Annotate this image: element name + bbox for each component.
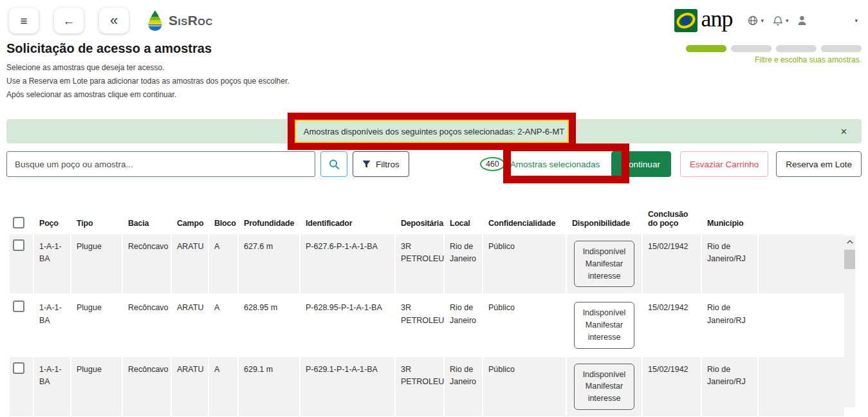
availability-button[interactable]: Indisponível Manifestar interesse (574, 364, 634, 410)
cell-municipio: Rio de Janeiro/RJ (702, 295, 757, 355)
availability-button[interactable]: Indisponível Manifestar interesse (574, 241, 634, 287)
menu-button[interactable]: ≡ (9, 8, 39, 33)
row-checkbox[interactable] (13, 301, 24, 312)
samples-table: Poço Tipo Bacia Campo Bloco Profundidade… (10, 193, 855, 417)
cell-campo: ARATU (172, 357, 208, 416)
cell-poco: 1-A-1-BA (34, 234, 70, 293)
column-header-campo: Campo (172, 219, 208, 234)
progress-bar (678, 45, 862, 52)
cell-conclusao: 15/02/1942 (643, 234, 701, 293)
cart-count-badge: 460 (480, 157, 505, 171)
cell-depositaria: 3R PETROLEUM (396, 357, 443, 416)
column-header-municipio: Município (702, 219, 757, 234)
bell-icon (773, 15, 783, 26)
progress-caption: Filtre e escolha suas amostras. (678, 55, 862, 64)
filters-label: Filtros (376, 160, 400, 169)
anp-logo: anp (674, 8, 732, 33)
table-scrollbar[interactable] (844, 236, 855, 407)
user-menu[interactable] (797, 15, 807, 26)
cell-bloco: A (209, 357, 237, 416)
cell-confidencialidade: Público (483, 295, 566, 355)
select-all-checkbox[interactable] (13, 217, 24, 228)
scroll-up-button[interactable] (844, 236, 855, 248)
page-subtitle-line: Use a Reserva em Lote para adicionar tod… (6, 75, 290, 88)
cell-bloco: A (209, 234, 237, 293)
back-button[interactable]: ← (54, 8, 84, 33)
progress-step-3 (776, 45, 817, 52)
globe-icon (748, 15, 758, 26)
filter-icon (362, 160, 371, 169)
column-header-bacia: Bacia (123, 219, 171, 234)
row-checkbox[interactable] (13, 239, 24, 251)
sisroc-logo: SisRoc (147, 10, 213, 31)
chevron-down-icon: ▾ (761, 17, 764, 24)
cell-confidencialidade: Público (483, 357, 566, 416)
success-alert: Amostras disponíveis dos seguintes poços… (6, 119, 862, 144)
cell-poco: 1-A-1-BA (34, 357, 70, 416)
column-header-bloco: Bloco (209, 219, 237, 234)
progress-step-4 (821, 45, 862, 52)
cell-local: Rio de Janeiro (445, 234, 482, 293)
brand-name: SisRoc (169, 13, 213, 28)
continue-button[interactable]: Continuar (611, 151, 671, 177)
search-icon (329, 159, 340, 170)
cart-summary[interactable]: 460 Amostras selecionadas (477, 156, 602, 172)
cell-conclusao: 15/02/1942 (643, 295, 701, 355)
collapse-button[interactable]: « (99, 8, 129, 33)
progress-step-2 (731, 45, 771, 52)
notifications-menu[interactable]: ▾ (773, 15, 789, 26)
page-header-text: Solicitação de acesso a amostras Selecio… (6, 41, 290, 102)
cell-municipio: Rio de Janeiro/RJ (702, 234, 757, 293)
sisroc-droplet-icon (147, 10, 163, 31)
column-header-confidencialidade: Confidencialidade (483, 219, 566, 234)
cell-profundidade: 629.1 m (239, 357, 299, 416)
empty-cart-button[interactable]: Esvaziar Carrinho (680, 151, 768, 177)
alert-close-button[interactable]: ✕ (836, 119, 851, 144)
page-subtitle-line: Após selecionar as amostras clique em co… (6, 88, 290, 102)
column-header-identificador: Identificador (300, 219, 394, 234)
column-header-disponibilidade: Disponibilidade (567, 219, 642, 234)
table-row: 1-A-1-BA Plugue Recôncavo ARATU A 629.1 … (10, 357, 844, 416)
cell-bacia: Recôncavo (123, 357, 171, 416)
column-header-poco: Poço (34, 219, 70, 234)
cell-bacia: Recôncavo (123, 234, 171, 293)
search-input[interactable] (6, 151, 315, 177)
filters-button[interactable]: Filtros (353, 151, 409, 177)
row-checkbox[interactable] (13, 362, 24, 374)
page-title: Solicitação de acesso a amostras (6, 41, 290, 56)
cart-label: Amostras selecionadas (510, 160, 600, 169)
back-arrow-icon: ← (63, 15, 75, 27)
hamburger-icon: ≡ (20, 15, 27, 27)
cell-local: Rio de Janeiro (445, 295, 482, 355)
cell-identificador: P-627.6-P-1-A-1-BA (300, 234, 394, 293)
cell-tipo: Plugue (71, 234, 122, 293)
cell-poco: 1-A-1-BA (34, 295, 70, 355)
column-header-tipo: Tipo (71, 219, 122, 234)
wizard-progress: Filtre e escolha suas amostras. (678, 41, 862, 102)
cell-bacia: Recôncavo (123, 295, 171, 355)
batch-reserve-button[interactable]: Reserva em Lote (776, 151, 862, 177)
search-button[interactable] (320, 151, 347, 177)
scrollbar-thumb[interactable] (844, 250, 855, 269)
table-header: Poço Tipo Bacia Campo Bloco Profundidade… (10, 193, 844, 234)
cell-depositaria: 3R PETROLEUM (396, 234, 443, 293)
scroll-up-icon (847, 240, 853, 244)
cell-tipo: Plugue (71, 295, 122, 355)
cell-bloco: A (209, 295, 237, 355)
table-row: 1-A-1-BA Plugue Recôncavo ARATU A 628.95… (10, 295, 844, 355)
progress-step-1 (686, 45, 726, 52)
anp-emblem-icon (674, 8, 698, 33)
cell-conclusao: 15/02/1942 (643, 357, 701, 416)
close-icon: ✕ (840, 127, 847, 136)
alert-message: Amostras disponíveis dos seguintes poços… (304, 127, 564, 136)
cell-identificador: P-629.1-P-1-A-1-BA (300, 357, 394, 416)
cell-local: Rio de Janeiro (445, 357, 482, 416)
account-dropdown[interactable]: ▾ (854, 17, 858, 24)
cell-depositaria: 3R PETROLEUM (396, 295, 443, 355)
page-subtitle-line: Selecione as amostras que deseja ter ace… (6, 61, 290, 75)
cell-identificador: P-628.95-P-1-A-1-BA (300, 295, 391, 355)
availability-button[interactable]: Indisponível Manifestar interesse (574, 302, 634, 348)
cell-municipio: Rio de Janeiro/RJ (702, 357, 757, 416)
anp-wordmark: anp (701, 7, 732, 30)
language-menu[interactable]: ▾ (748, 15, 764, 26)
